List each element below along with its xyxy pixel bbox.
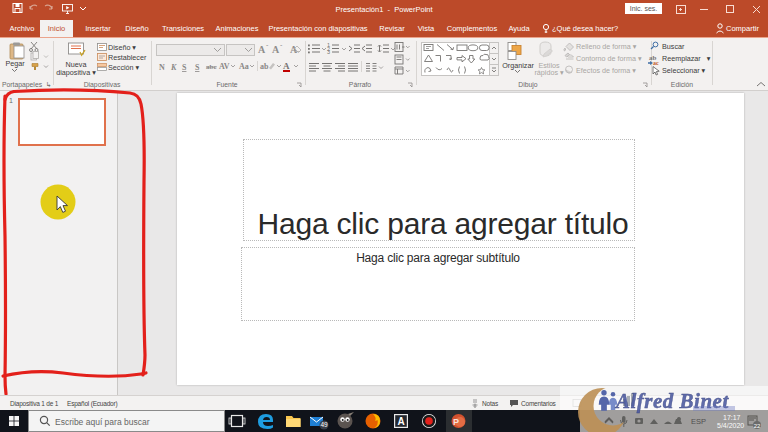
svg-text:A: A — [258, 44, 266, 55]
svg-text:A: A — [272, 44, 280, 55]
svg-text:ac: ac — [653, 60, 659, 66]
svg-text:A​V: A​V — [219, 62, 230, 71]
svg-text:ab: ab — [260, 62, 269, 71]
svg-text:ˇ: ˇ — [266, 43, 269, 51]
svg-text:3: 3 — [327, 49, 330, 55]
svg-text:A: A — [397, 416, 404, 427]
svg-text:abc: abc — [206, 63, 217, 71]
svg-text:S: S — [195, 63, 200, 72]
svg-text:ˇ: ˇ — [280, 43, 283, 51]
svg-text:P: P — [453, 417, 459, 427]
svg-text:S: S — [182, 63, 187, 72]
svg-text:Aa: Aa — [239, 62, 249, 71]
svg-text:A: A — [283, 61, 290, 71]
svg-text:K: K — [170, 63, 177, 72]
svg-text:N: N — [159, 63, 165, 72]
svg-text:49: 49 — [320, 421, 328, 428]
